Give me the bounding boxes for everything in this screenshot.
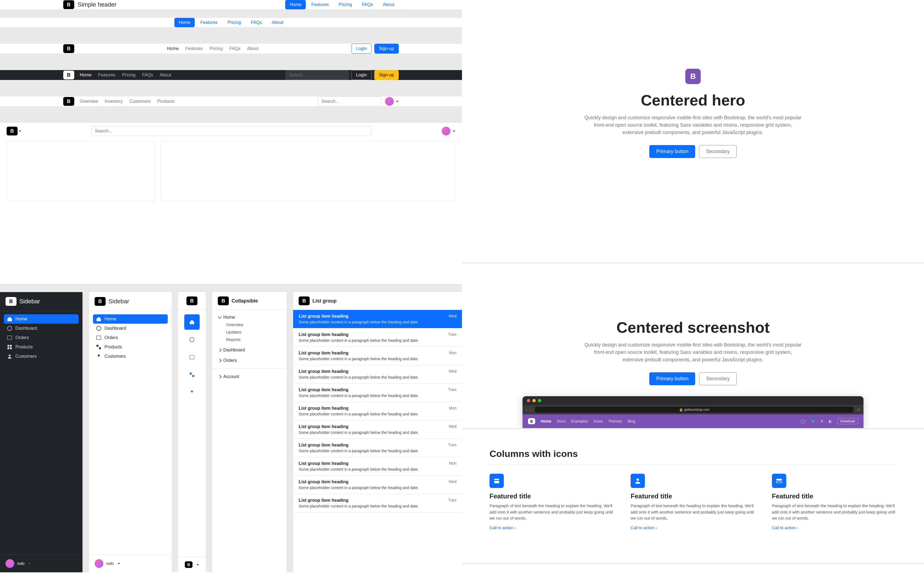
list-item[interactable]: List group item headingSome placeholder … <box>293 310 462 328</box>
sidebar-item-dashboard[interactable] <box>184 332 200 347</box>
search-input[interactable] <box>286 70 349 80</box>
site-link-docs[interactable]: Docs <box>557 419 566 424</box>
bootstrap-icon: B <box>218 297 229 305</box>
search-input[interactable] <box>318 97 381 106</box>
nav-faqs[interactable]: FAQs <box>357 0 377 9</box>
address-bar: 🔒 getbootstrap.com <box>535 407 854 413</box>
user-menu[interactable]: B <box>178 557 206 572</box>
bootstrap-icon[interactable]: B <box>186 297 197 305</box>
collapse-home[interactable]: Home <box>218 314 281 321</box>
nav-overview[interactable]: Overview <box>80 99 98 103</box>
nav-customers[interactable]: Customers <box>129 99 151 103</box>
sidebar-item-home[interactable] <box>184 314 200 330</box>
nav-faqs[interactable]: FAQs <box>142 73 153 77</box>
site-link-blog[interactable]: Blog <box>628 419 635 424</box>
sidebar-item-home[interactable]: Home <box>93 314 168 324</box>
nav-faqs[interactable]: FAQs <box>229 46 240 51</box>
sidebar-item-orders[interactable]: Orders <box>4 333 79 342</box>
sublink-updates[interactable]: Updates <box>226 328 281 336</box>
collapse-account[interactable]: Account <box>218 373 281 380</box>
collapse-dashboard[interactable]: Dashboard <box>218 347 281 354</box>
collapse-orders[interactable]: Orders <box>218 357 281 364</box>
github-icon[interactable]: ◯ <box>801 419 805 424</box>
secondary-button[interactable]: Secondary <box>699 372 737 385</box>
nav-home[interactable]: Home <box>285 0 306 9</box>
feature-col: Featured title Paragraph of text beneath… <box>489 474 614 530</box>
user-menu[interactable]: mdo <box>89 554 171 572</box>
nav-about[interactable]: About <box>378 0 399 9</box>
primary-button[interactable]: Primary button <box>649 145 695 158</box>
list-item[interactable]: List group item headingSome placeholder … <box>293 494 462 513</box>
list-item[interactable]: List group item headingSome placeholder … <box>293 457 462 475</box>
nav-features[interactable]: Features <box>98 73 115 77</box>
sublink-reports[interactable]: Reports <box>226 336 281 343</box>
nav-pricing[interactable]: Pricing <box>209 46 223 51</box>
nav-pricing[interactable]: Pricing <box>122 73 136 77</box>
signup-button[interactable]: Sign-up <box>374 44 399 53</box>
list-item[interactable]: List group item headingSome placeholder … <box>293 365 462 384</box>
user-menu[interactable]: mdo <box>0 554 82 572</box>
site-link-examples[interactable]: Examples <box>571 419 588 424</box>
nav-about[interactable]: About <box>267 18 288 27</box>
nav-inventory[interactable]: Inventory <box>105 99 123 103</box>
sidebar-item-customers[interactable] <box>184 385 200 400</box>
nav-home[interactable]: Home <box>80 73 92 77</box>
cta-link[interactable]: Call to action <box>489 525 516 530</box>
nav-home[interactable]: Home <box>167 46 179 51</box>
list-item[interactable]: List group item headingSome placeholder … <box>293 402 462 421</box>
list-item[interactable]: List group item headingSome placeholder … <box>293 384 462 402</box>
cta-link[interactable]: Call to action <box>631 525 657 530</box>
list-item[interactable]: List group item headingSome placeholder … <box>293 347 462 365</box>
sidebar-item-customers[interactable]: Customers <box>93 352 168 361</box>
nav-features[interactable]: Features <box>307 0 333 9</box>
nav-home[interactable]: Home <box>174 18 195 27</box>
sidebar-item-orders[interactable]: Orders <box>93 333 168 342</box>
secondary-button[interactable]: Secondary <box>699 145 737 158</box>
bootstrap-icon[interactable]: B <box>63 44 74 53</box>
login-button[interactable]: Login <box>351 44 372 53</box>
slack-icon[interactable]: # <box>821 419 823 424</box>
opencollective-icon[interactable]: ◐ <box>829 419 832 424</box>
site-link-themes[interactable]: Themes <box>608 419 622 424</box>
placeholder-panel <box>161 141 456 201</box>
bootstrap-icon[interactable]: B <box>63 97 74 106</box>
list-item[interactable]: List group item headingSome placeholder … <box>293 439 462 457</box>
primary-button[interactable]: Primary button <box>649 372 695 385</box>
nav-products[interactable]: Products <box>157 99 174 103</box>
sublink-overview[interactable]: Overview <box>226 321 281 328</box>
nav-about[interactable]: About <box>160 73 171 77</box>
sidebar-item-dashboard[interactable]: Dashboard <box>4 324 79 333</box>
site-link-icons[interactable]: Icons <box>593 419 603 424</box>
sidebar-item-products[interactable]: Products <box>93 342 168 352</box>
search-input[interactable] <box>91 126 372 136</box>
sidebar-item-orders[interactable] <box>184 350 200 365</box>
nav-features[interactable]: Features <box>196 18 222 27</box>
brand[interactable]: B Simple header <box>63 0 116 9</box>
nav-pricing[interactable]: Pricing <box>334 0 356 9</box>
nav-features[interactable]: Features <box>185 46 203 51</box>
nav-centered: Home Features Pricing FAQs About <box>174 18 288 27</box>
signup-button[interactable]: Sign-up <box>374 70 399 80</box>
sidebar-item-home[interactable]: Home <box>4 314 79 324</box>
login-button[interactable]: Login <box>351 70 372 80</box>
user-menu[interactable] <box>442 127 456 135</box>
sidebar-item-dashboard[interactable]: Dashboard <box>93 324 168 333</box>
list-item[interactable]: List group item headingSome placeholder … <box>293 421 462 439</box>
twitter-icon[interactable]: 🐦 <box>811 419 816 424</box>
list-item[interactable]: List group item headingSome placeholder … <box>293 328 462 347</box>
sidebar-item-customers[interactable]: Customers <box>4 352 79 361</box>
table-icon <box>7 335 12 340</box>
user-menu[interactable] <box>385 97 399 106</box>
list-item[interactable]: List group item headingSome placeholder … <box>293 475 462 494</box>
feature-title: Featured title <box>772 492 897 500</box>
site-link-home[interactable]: Home <box>541 419 551 424</box>
nav-about[interactable]: About <box>247 46 258 51</box>
nav-faqs[interactable]: FAQs <box>246 18 266 27</box>
bootstrap-icon[interactable]: B <box>63 71 74 79</box>
sidebar-item-products[interactable]: Products <box>4 342 79 352</box>
download-button[interactable]: Download <box>837 418 858 424</box>
cta-link[interactable]: Call to action <box>772 525 798 530</box>
brand-dropdown[interactable]: B <box>6 127 21 135</box>
sidebar-item-products[interactable] <box>184 367 200 382</box>
nav-pricing[interactable]: Pricing <box>223 18 246 27</box>
